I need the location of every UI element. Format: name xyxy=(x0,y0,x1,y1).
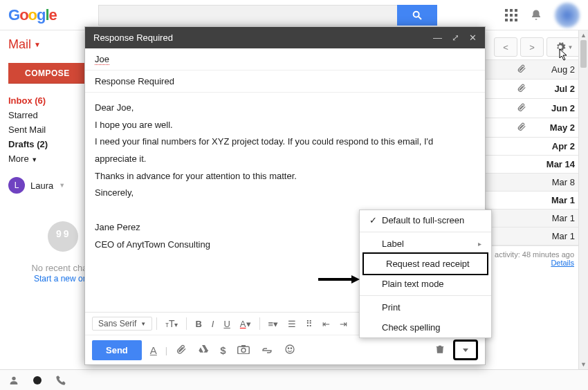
svg-rect-5 xyxy=(505,14,508,17)
svg-rect-6 xyxy=(510,14,513,17)
hangouts-tab-icon[interactable] xyxy=(32,375,43,386)
annotation-arrow xyxy=(318,274,360,285)
menu-plain-text[interactable]: Plain text mode xyxy=(360,274,491,294)
scroll-thumb[interactable] xyxy=(580,40,587,68)
user-avatar: L xyxy=(8,177,25,194)
menu-print[interactable]: Print xyxy=(360,297,491,317)
body-line: I hope you are well. xyxy=(95,117,475,134)
compose-button[interactable]: COMPOSE xyxy=(8,63,86,84)
chevron-down-icon xyxy=(463,349,468,352)
mail-date: Mar 8 xyxy=(533,177,575,187)
menu-default-fullscreen[interactable]: ✓ Default to full-screen xyxy=(360,210,491,230)
numbered-list-button[interactable]: ☰ xyxy=(284,316,300,332)
google-logo[interactable]: Google xyxy=(8,6,57,24)
mail-date: Mar 14 xyxy=(533,159,575,169)
search-icon xyxy=(412,10,423,21)
font-family-select[interactable]: Sans Serif ▼ xyxy=(92,317,152,331)
notifications-icon[interactable] xyxy=(530,9,542,21)
body-line: I need your final numbers for XYZ projec… xyxy=(95,133,475,167)
svg-point-18 xyxy=(291,348,291,349)
bold-button[interactable]: B xyxy=(191,316,205,332)
svg-marker-20 xyxy=(351,275,360,284)
mail-date: Apr 2 xyxy=(533,141,575,151)
minimize-icon[interactable]: — xyxy=(433,32,442,43)
svg-rect-9 xyxy=(510,19,513,21)
contacts-icon[interactable] xyxy=(8,375,19,386)
mail-date: Mar 1 xyxy=(533,213,575,223)
user-name: Laura xyxy=(30,180,53,191)
attachment-icon xyxy=(517,83,526,95)
font-size-button[interactable]: тT▾ xyxy=(161,315,182,332)
bulleted-list-button[interactable]: ⠿ xyxy=(302,316,317,332)
nav-prev-button[interactable]: < xyxy=(494,37,517,57)
mail-date: May 2 xyxy=(533,122,575,133)
indent-more-button[interactable]: ⇥ xyxy=(336,316,351,332)
compose-title-bar[interactable]: Response Required — ⤢ ✕ xyxy=(85,27,485,48)
svg-point-0 xyxy=(414,11,419,17)
italic-button[interactable]: I xyxy=(208,316,219,332)
body-line: Sincerely, xyxy=(95,185,475,202)
menu-label[interactable]: Label xyxy=(360,234,491,254)
svg-line-1 xyxy=(419,17,421,19)
svg-point-16 xyxy=(286,345,294,353)
svg-rect-3 xyxy=(510,9,513,12)
svg-rect-4 xyxy=(515,9,517,12)
svg-point-14 xyxy=(241,348,246,352)
underline-button[interactable]: U xyxy=(219,316,234,332)
mail-date: Mar 1 xyxy=(533,231,575,241)
apps-icon[interactable] xyxy=(505,9,517,21)
svg-point-12 xyxy=(33,376,42,384)
search-button[interactable] xyxy=(397,5,437,26)
scrollbar[interactable]: ▲ ▼ xyxy=(578,30,588,369)
scroll-down-arrow[interactable]: ▼ xyxy=(579,360,588,369)
mail-date: Aug 2 xyxy=(533,64,575,75)
svg-rect-7 xyxy=(515,14,517,17)
scroll-up-arrow[interactable]: ▲ xyxy=(579,30,588,40)
svg-point-11 xyxy=(12,376,15,380)
svg-rect-8 xyxy=(505,19,508,21)
body-line: Dear Joe, xyxy=(95,100,475,117)
attachment-icon xyxy=(517,64,526,75)
expand-icon[interactable]: ⤢ xyxy=(452,32,459,43)
phone-icon[interactable] xyxy=(55,375,66,386)
nav-next-button[interactable]: > xyxy=(520,37,544,57)
menu-check-spelling[interactable]: Check spelling xyxy=(360,317,491,337)
header-right xyxy=(505,3,580,28)
cursor-icon xyxy=(559,48,569,64)
hangouts-icon xyxy=(48,221,78,252)
send-button[interactable]: Send xyxy=(92,340,142,360)
to-field[interactable]: Joe xyxy=(85,48,485,71)
svg-rect-15 xyxy=(241,345,246,347)
search-input[interactable] xyxy=(98,5,397,26)
emoji-icon[interactable] xyxy=(282,341,298,360)
check-icon: ✓ xyxy=(369,215,382,225)
account-avatar[interactable] xyxy=(555,3,580,28)
money-icon[interactable]: $ xyxy=(217,342,228,359)
drive-icon[interactable] xyxy=(195,341,212,360)
more-options-menu: ✓ Default to full-screen Label Request r… xyxy=(359,210,492,338)
subject-field[interactable]: Response Required xyxy=(85,71,485,93)
discard-icon[interactable] xyxy=(432,341,448,360)
bottom-bar xyxy=(0,369,588,390)
mail-date: Mar 1 xyxy=(533,195,575,205)
activity-details-link[interactable]: Details xyxy=(551,259,574,267)
chevron-down-icon: ▼ xyxy=(34,41,41,48)
photo-icon[interactable] xyxy=(235,342,252,359)
close-icon[interactable]: ✕ xyxy=(469,32,477,43)
menu-request-read-receipt[interactable]: Request read receipt xyxy=(364,254,487,274)
mail-date: Jul 2 xyxy=(533,84,575,94)
attach-icon[interactable] xyxy=(173,341,190,360)
mail-date: Jun 2 xyxy=(533,103,575,113)
link-icon[interactable] xyxy=(258,342,276,359)
formatting-toggle-icon[interactable]: A xyxy=(147,342,160,359)
indent-less-button[interactable]: ⇤ xyxy=(318,316,334,332)
svg-rect-2 xyxy=(505,9,508,12)
start-new-chat-link[interactable]: Start a new one xyxy=(34,274,92,284)
text-color-button[interactable]: A▾ xyxy=(236,316,255,332)
compose-title: Response Required xyxy=(93,32,173,43)
more-options-button[interactable] xyxy=(453,340,478,360)
svg-point-17 xyxy=(288,348,288,349)
attachment-icon xyxy=(517,122,526,133)
compose-window: Response Required — ⤢ ✕ Joe Response Req… xyxy=(84,26,486,365)
align-button[interactable]: ≡▾ xyxy=(264,316,283,332)
